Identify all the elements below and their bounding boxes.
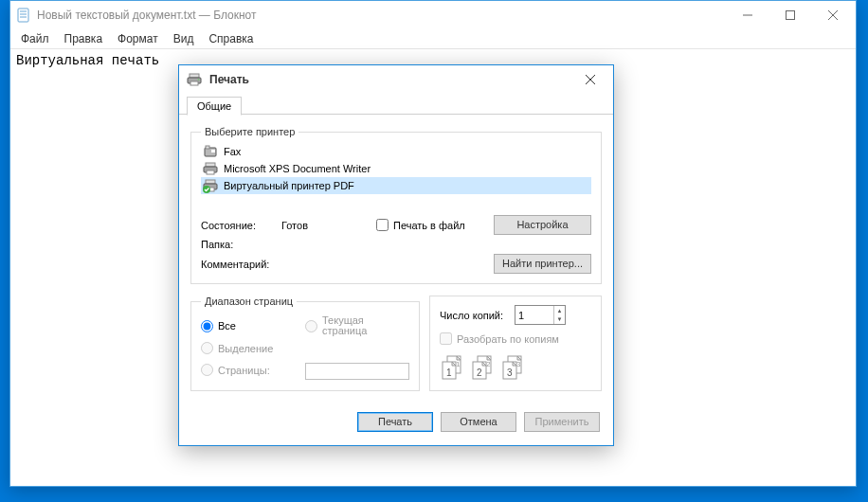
comment-label: Комментарий:: [201, 259, 281, 270]
fax-icon: [203, 144, 218, 159]
pages-input: [305, 363, 409, 380]
svg-rect-20: [206, 180, 215, 184]
printer-list[interactable]: Fax Microsoft XPS Document Writer Виртуа…: [201, 143, 591, 194]
svg-rect-19: [207, 170, 214, 174]
printer-icon: [187, 72, 202, 87]
notepad-titlebar[interactable]: Новый текстовый документ.txt — Блокнот: [10, 1, 856, 29]
copies-input[interactable]: [515, 306, 553, 324]
page-range-legend: Диапазон страниц: [201, 296, 297, 307]
collate-input: [440, 332, 452, 345]
apply-button: Применить: [524, 412, 600, 432]
collate-checkbox: Разобрать по копиям: [440, 332, 591, 345]
print-dialog-footer: Печать Отмена Применить: [179, 403, 613, 445]
printer-label: Microsoft XPS Document Writer: [224, 163, 371, 174]
select-printer-group: Выберите принтер Fax Microsoft XPS Docum…: [190, 126, 602, 284]
printer-item-virtual-pdf[interactable]: Виртуальный принтер PDF: [201, 177, 591, 194]
cancel-button[interactable]: Отмена: [441, 412, 516, 432]
print-dialog-close-button[interactable]: [571, 67, 609, 92]
printer-icon: [203, 161, 218, 176]
svg-text:1: 1: [456, 360, 461, 368]
print-dialog: Печать Общие Выберите принтер Fax: [178, 64, 614, 446]
printer-check-icon: [203, 178, 218, 193]
range-pages-input: [201, 364, 213, 376]
minimize-button[interactable]: [726, 2, 769, 28]
svg-rect-16: [211, 150, 215, 152]
printer-item-fax[interactable]: Fax: [201, 143, 591, 160]
collate-page-3: 3 3: [500, 354, 527, 381]
range-all-radio[interactable]: Все: [201, 315, 305, 336]
menu-help[interactable]: Справка: [202, 30, 260, 47]
copies-up[interactable]: ▲: [554, 306, 565, 315]
status-label: Состояние:: [201, 220, 281, 231]
page-range-group: Диапазон страниц Все Текущая страница: [190, 296, 420, 391]
range-pages-radio: Страницы:: [201, 363, 305, 377]
select-printer-legend: Выберите принтер: [201, 126, 298, 137]
location-label: Папка:: [201, 239, 281, 250]
svg-rect-0: [18, 9, 28, 22]
collate-label: Разобрать по копиям: [457, 333, 559, 345]
print-to-file-checkbox[interactable]: Печать в файл: [376, 219, 494, 231]
copies-down[interactable]: ▼: [554, 315, 565, 325]
range-selection-radio: Выделение: [201, 342, 409, 354]
notepad-title: Новый текстовый документ.txt — Блокнот: [37, 9, 726, 22]
print-dialog-tabs: Общие: [179, 96, 613, 115]
svg-rect-10: [190, 81, 198, 85]
range-selection-input: [201, 342, 213, 354]
range-selection-label: Выделение: [218, 343, 273, 354]
tab-general[interactable]: Общие: [187, 97, 242, 116]
preferences-button[interactable]: Настройка: [494, 215, 591, 235]
range-current-input: [305, 320, 317, 332]
document-text: Виртуальная печать: [16, 53, 159, 68]
copies-group: Число копий: ▲ ▼ Разобрать по копиям: [429, 296, 602, 391]
range-current-label: Текущая страница: [322, 315, 409, 336]
menu-view[interactable]: Вид: [167, 30, 201, 47]
print-dialog-title: Печать: [209, 73, 571, 86]
printer-item-xps[interactable]: Microsoft XPS Document Writer: [201, 160, 591, 177]
svg-text:2: 2: [477, 368, 482, 378]
maximize-button[interactable]: [769, 2, 811, 28]
print-to-file-label: Печать в файл: [393, 220, 465, 231]
print-dialog-titlebar[interactable]: Печать: [179, 65, 613, 94]
svg-rect-8: [190, 74, 199, 78]
print-to-file-input[interactable]: [376, 219, 389, 231]
notepad-icon: [16, 8, 31, 23]
range-pages-label: Страницы:: [218, 365, 270, 376]
copies-label: Число копий:: [440, 310, 503, 321]
find-printer-button[interactable]: Найти принтер...: [494, 254, 591, 274]
svg-rect-5: [786, 11, 794, 20]
range-all-input[interactable]: [201, 320, 213, 332]
svg-point-11: [198, 79, 200, 81]
menu-file[interactable]: Файл: [14, 30, 56, 47]
svg-text:1: 1: [446, 368, 452, 378]
svg-text:3: 3: [507, 368, 513, 378]
printer-label: Виртуальный принтер PDF: [224, 180, 354, 191]
range-current-radio: Текущая страница: [305, 315, 409, 336]
menu-format[interactable]: Формат: [111, 30, 165, 47]
collate-page-1: 1 1: [440, 354, 466, 381]
range-all-label: Все: [218, 320, 236, 332]
svg-rect-15: [206, 146, 209, 149]
close-button[interactable]: [811, 2, 854, 28]
svg-text:2: 2: [486, 360, 491, 368]
notepad-menubar: Файл Правка Формат Вид Справка: [10, 29, 856, 48]
svg-point-23: [203, 186, 210, 193]
copies-spinner[interactable]: ▲ ▼: [515, 305, 566, 325]
collate-page-2: 2 2: [470, 354, 497, 381]
svg-text:3: 3: [516, 360, 521, 368]
menu-edit[interactable]: Правка: [58, 30, 110, 47]
svg-rect-17: [206, 163, 215, 167]
collation-diagram: 1 1 2: [440, 354, 591, 381]
print-button[interactable]: Печать: [357, 412, 433, 432]
status-value: Готов: [281, 220, 376, 231]
printer-label: Fax: [224, 146, 241, 157]
